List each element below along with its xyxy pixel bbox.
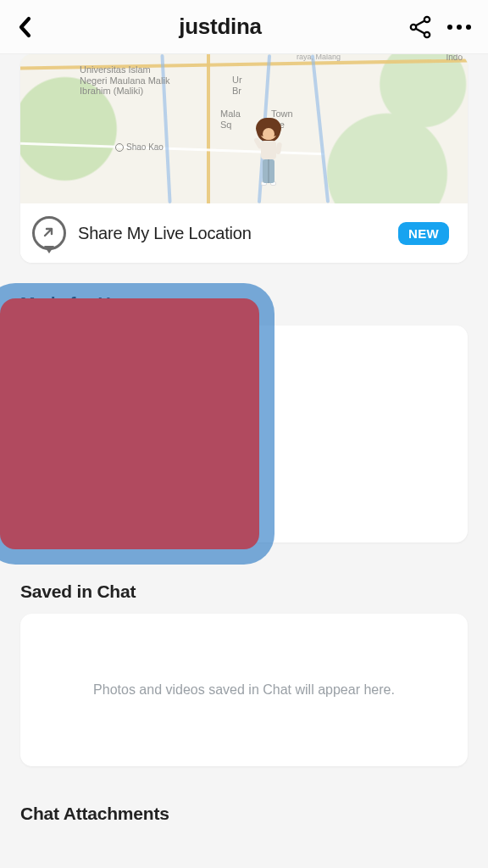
svg-point-1 bbox=[411, 24, 416, 29]
svg-point-0 bbox=[424, 16, 430, 21]
header-actions bbox=[390, 15, 471, 39]
made-for-us-section bbox=[0, 326, 488, 542]
ellipsis-icon bbox=[447, 25, 452, 30]
map-area[interactable]: Universitas IslamNegeri Maulana MalikIbr… bbox=[20, 54, 468, 203]
location-pin-icon bbox=[32, 216, 66, 250]
svg-line-4 bbox=[416, 28, 425, 33]
map-label-townsquare: MalaSq bbox=[220, 108, 241, 130]
back-button[interactable] bbox=[17, 15, 51, 39]
restaurant-icon bbox=[115, 143, 124, 152]
map-card: Universitas IslamNegeri Maulana MalikIbr… bbox=[20, 54, 468, 263]
map-label-university: Universitas IslamNegeri Maulana MalikIbr… bbox=[80, 64, 169, 97]
share-icon bbox=[408, 15, 432, 39]
header: justdina bbox=[0, 0, 488, 54]
page-title: justdina bbox=[51, 14, 390, 40]
share-button[interactable] bbox=[408, 15, 432, 39]
section-title-attachments: Chat Attachments bbox=[20, 804, 468, 824]
section-title-saved: Saved in Chat bbox=[20, 581, 468, 602]
map-label-brawijaya: UrBr bbox=[232, 75, 242, 96]
chevron-left-icon bbox=[17, 15, 34, 39]
map-label-indo: Indo bbox=[446, 54, 463, 63]
saved-in-chat-card[interactable]: Photos and videos saved in Chat will app… bbox=[20, 614, 468, 766]
highlight-overlay bbox=[0, 298, 259, 549]
svg-line-3 bbox=[416, 20, 425, 25]
map-poi-shaokao: Shao Kao bbox=[115, 142, 164, 152]
share-location-row[interactable]: Share My Live Location NEW bbox=[20, 203, 468, 263]
bitmoji-avatar[interactable] bbox=[245, 119, 292, 186]
svg-point-2 bbox=[424, 31, 430, 36]
arrow-up-right-icon bbox=[42, 226, 54, 238]
share-location-label: Share My Live Location bbox=[78, 224, 386, 243]
new-badge: NEW bbox=[398, 222, 449, 245]
saved-empty-message: Photos and videos saved in Chat will app… bbox=[93, 682, 395, 698]
more-button[interactable] bbox=[447, 25, 471, 30]
